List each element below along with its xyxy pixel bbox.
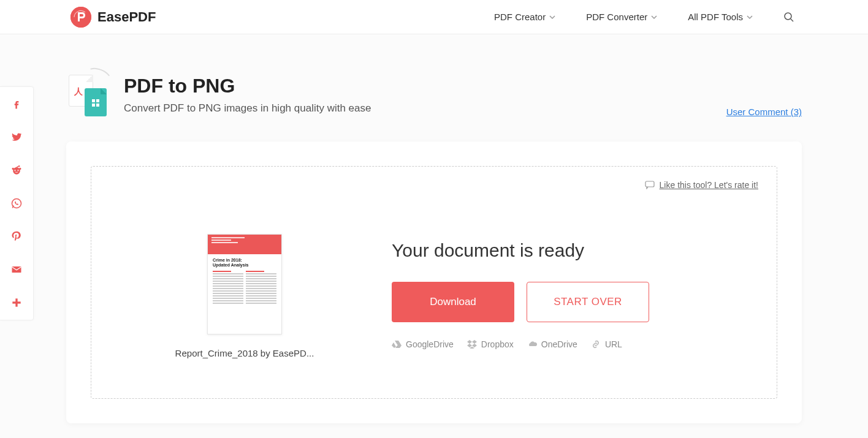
save-label: OneDrive [541,339,577,349]
search-button[interactable] [783,12,794,23]
drop-area: Like this tool? Let's rate it! Crime in … [91,166,777,399]
page-title-row: 人 PDF to PNG Convert PDF to PNG images i… [66,71,802,115]
comment-icon [645,181,655,189]
pdf-to-png-icon: 人 [66,71,109,114]
save-label: Dropbox [481,339,514,349]
save-googledrive[interactable]: GoogleDrive [392,339,454,349]
save-onedrive[interactable]: OneDrive [527,339,577,349]
svg-point-8 [18,170,19,171]
reddit-icon[interactable] [10,164,23,176]
svg-line-2 [791,19,793,21]
result-card: Like this tool? Let's rate it! Crime in … [66,142,802,423]
social-share-bar [0,86,34,320]
page-title: PDF to PNG [124,75,371,97]
main-nav: PDF Creator PDF Converter All PDF Tools [494,12,868,23]
save-label: URL [605,339,622,349]
link-icon [591,340,601,349]
brand-logo-icon [70,7,91,28]
onedrive-icon [527,340,537,349]
rate-tool-text: Like this tool? Let's rate it! [660,180,758,190]
svg-point-7 [15,170,16,171]
pinterest-icon[interactable] [10,230,23,243]
header: EasePDF PDF Creator PDF Converter All PD… [0,0,868,34]
download-button[interactable]: Download [392,282,514,322]
svg-point-4 [19,168,21,170]
output-filename: Report_Crime_2018 by EasePD... [175,348,314,358]
nav-pdf-converter[interactable]: PDF Converter [586,12,657,22]
search-icon [783,12,794,23]
svg-rect-13 [645,181,654,187]
svg-rect-12 [12,301,20,303]
start-over-button[interactable]: START OVER [527,282,649,322]
googledrive-icon [392,340,402,349]
main-container: 人 PDF to PNG Convert PDF to PNG images i… [66,34,802,423]
page-subtitle: Convert PDF to PNG images in high qualit… [124,102,371,115]
brand-name: EasePDF [97,9,156,25]
ready-heading: Your document is ready [392,240,728,261]
chevron-down-icon [651,14,657,20]
twitter-icon[interactable] [10,131,23,143]
email-icon[interactable] [10,263,23,276]
dropbox-icon [467,340,477,349]
button-row: Download START OVER [392,282,728,322]
logo[interactable]: EasePDF [70,7,156,28]
facebook-icon[interactable] [10,98,23,110]
save-destinations: GoogleDrive Dropbox OneDrive URL [392,339,728,349]
svg-point-5 [12,168,14,170]
nav-all-tools[interactable]: All PDF Tools [688,12,753,22]
svg-rect-10 [12,266,21,273]
nav-label: PDF Converter [586,12,647,22]
nav-pdf-creator[interactable]: PDF Creator [494,12,555,22]
whatsapp-icon[interactable] [10,197,23,210]
document-thumbnail[interactable]: Crime in 2018:Updated Analysis [207,234,282,334]
result-row: Crime in 2018:Updated Analysis Report_Cr… [116,234,752,358]
chevron-down-icon [747,14,753,20]
save-url[interactable]: URL [591,339,622,349]
action-column: Your document is ready Download START OV… [392,234,728,349]
more-share-icon[interactable] [10,296,23,309]
svg-point-1 [785,13,791,20]
save-label: GoogleDrive [406,339,454,349]
title-text-block: PDF to PNG Convert PDF to PNG images in … [124,71,371,115]
user-comment-link[interactable]: User Comment (3) [726,107,802,117]
nav-label: PDF Creator [494,12,546,22]
nav-label: All PDF Tools [688,12,743,22]
svg-point-3 [13,167,20,175]
save-dropbox[interactable]: Dropbox [467,339,514,349]
preview-column: Crime in 2018:Updated Analysis Report_Cr… [140,234,349,358]
chevron-down-icon [549,14,555,20]
rate-tool-link[interactable]: Like this tool? Let's rate it! [645,180,758,190]
